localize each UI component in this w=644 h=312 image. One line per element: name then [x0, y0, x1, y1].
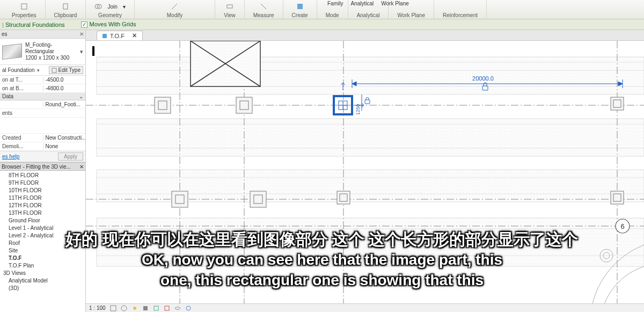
scale-control[interactable]: 1 : 100 [89, 305, 106, 311]
options-bar: | Structural Foundations ✓Moves With Gri… [0, 19, 644, 30]
tree-item[interactable]: Level 1 - Analytical [8, 224, 85, 232]
svg-rect-10 [97, 119, 644, 156]
view-canvas[interactable]: T.O.F ✕ [86, 30, 644, 303]
tree-item[interactable]: 10TH FLOOR [8, 187, 85, 194]
sun-path-icon[interactable] [131, 305, 138, 311]
join-icon[interactable] [94, 3, 102, 10]
type-size: 1200 x 1200 x 300 [25, 55, 77, 61]
svg-point-67 [133, 307, 136, 310]
svg-rect-1 [63, 4, 68, 9]
detail-level-icon[interactable] [110, 305, 116, 311]
clipboard-icon[interactable] [62, 3, 69, 10]
measure-icon[interactable] [260, 3, 267, 10]
view-control-bar: 1 : 100 [86, 303, 644, 312]
prop-row-spacer [0, 118, 85, 134]
svg-rect-9 [97, 57, 644, 95]
ribbon-group-create: Create [283, 0, 317, 19]
tree-item[interactable]: 9TH FLOOR [8, 179, 85, 187]
type-selector[interactable]: M_Footing-Rectangular 1200 x 1200 x 300 … [0, 39, 85, 65]
ribbon-tab-family[interactable]: Family [327, 1, 343, 6]
tree-item[interactable]: 11TH FLOOR [8, 194, 85, 202]
edit-icon [52, 68, 57, 73]
drawing-area[interactable]: 20000.0 1250 6 [86, 41, 644, 303]
prop-row[interactable]: Created New Constructi... [0, 134, 85, 142]
properties-help-link[interactable]: es help [2, 154, 19, 159]
svg-rect-38 [250, 191, 266, 207]
left-panel: es ✕ M_Footing-Rectangular 1200 x 1200 x… [0, 30, 86, 312]
apply-button[interactable]: Apply [58, 153, 83, 161]
svg-rect-70 [165, 306, 169, 310]
svg-rect-34 [236, 97, 252, 113]
reveal-icon[interactable] [185, 305, 192, 311]
svg-rect-69 [154, 306, 158, 310]
view-icon[interactable] [226, 3, 233, 10]
ribbon-group-measure: Measure [245, 0, 283, 19]
close-icon[interactable]: ✕ [132, 32, 137, 39]
view-tab[interactable]: T.O.F ✕ [97, 31, 143, 40]
svg-rect-59 [365, 100, 370, 104]
ribbon-group-view: View [215, 0, 245, 19]
expand-icon: ⌄ [79, 93, 83, 99]
plan-drawing: 20000.0 1250 6 [86, 41, 644, 303]
tree-item[interactable]: 12TH FLOOR [8, 202, 85, 209]
edit-type-button[interactable]: Edit Type [49, 66, 83, 74]
ribbon-group-reinforcement: Reinforcement [434, 0, 487, 19]
prop-row[interactable]: on at T... -4500.0 [0, 76, 85, 84]
tree-item[interactable]: 13TH FLOOR [8, 209, 85, 217]
crop-visible-icon[interactable] [164, 305, 170, 311]
create-icon[interactable] [296, 3, 304, 10]
svg-rect-68 [143, 306, 148, 310]
close-icon[interactable]: ✕ [79, 31, 84, 37]
view-tab-label: T.O.F [110, 33, 125, 39]
chevron-down-icon: ▾ [80, 48, 83, 55]
tree-item[interactable]: Level 2 - Analytical [8, 232, 85, 240]
svg-rect-65 [111, 306, 116, 311]
prop-row[interactable]: ents [0, 109, 85, 118]
svg-text:1250: 1250 [355, 104, 361, 115]
tree-item[interactable]: Analytical Model [8, 277, 85, 285]
tree-header[interactable]: 3D Views [2, 270, 85, 277]
tree-item[interactable]: Site [8, 247, 85, 255]
ribbon-tab-workplane[interactable]: Work Plane [381, 1, 409, 6]
project-browser-header[interactable]: Browser - Fitting the 3D vie... ✕ [0, 162, 85, 171]
svg-text:6: 6 [620, 222, 624, 230]
visual-style-icon[interactable] [121, 305, 127, 311]
prop-row[interactable]: on at B... -4800.0 [0, 84, 85, 93]
view-icon [103, 34, 107, 38]
project-browser-tree[interactable]: 8TH FLOOR 9TH FLOOR 10TH FLOOR 11TH FLOO… [0, 171, 85, 312]
ribbon-group-modify: Modify [135, 0, 215, 19]
svg-rect-36 [172, 191, 188, 207]
ribbon-group-properties: Properties [3, 0, 46, 19]
tree-item[interactable]: Ground Floor [8, 217, 85, 224]
ribbon: Family Analytical Work Plane Properties … [0, 0, 644, 19]
type-name: M_Footing-Rectangular [25, 42, 77, 55]
type-thumbnail [2, 43, 22, 60]
tree-item-selected[interactable]: T.O.F [8, 255, 85, 262]
properties-icon[interactable] [20, 3, 28, 10]
grid-bubble: 6 [616, 219, 630, 233]
svg-text:20000.0: 20000.0 [472, 75, 494, 82]
tree-item[interactable]: T.O.F Plan [8, 262, 85, 270]
checkbox-icon: ✓ [81, 21, 87, 28]
crop-icon[interactable] [153, 305, 159, 311]
tree-item[interactable]: 8TH FLOOR [8, 172, 85, 179]
hide-icon[interactable] [174, 305, 181, 311]
svg-rect-40 [337, 191, 350, 204]
svg-rect-42 [611, 97, 624, 110]
prop-row[interactable]: Demoli... None [0, 142, 85, 151]
ribbon-tab-analytical[interactable]: Analytical [350, 1, 374, 6]
moves-with-grids-check[interactable]: ✓Moves With Grids [81, 21, 136, 28]
view-tabs: T.O.F ✕ [86, 30, 644, 41]
svg-rect-44 [611, 191, 624, 204]
tree-item[interactable]: Roof [8, 240, 85, 247]
prop-section-data[interactable]: Data⌄ [0, 93, 85, 100]
modify-tool-icon[interactable] [171, 3, 178, 10]
svg-rect-12 [97, 218, 644, 266]
join-label[interactable]: Join [107, 4, 117, 10]
svg-rect-0 [21, 4, 27, 9]
prop-row[interactable]: Round_Footi... [0, 100, 85, 109]
tree-item[interactable]: (3D) [8, 285, 85, 292]
shadows-icon[interactable] [142, 305, 149, 311]
close-icon[interactable]: ✕ [79, 164, 84, 170]
ribbon-group-clipboard: Clipboard [46, 0, 86, 19]
